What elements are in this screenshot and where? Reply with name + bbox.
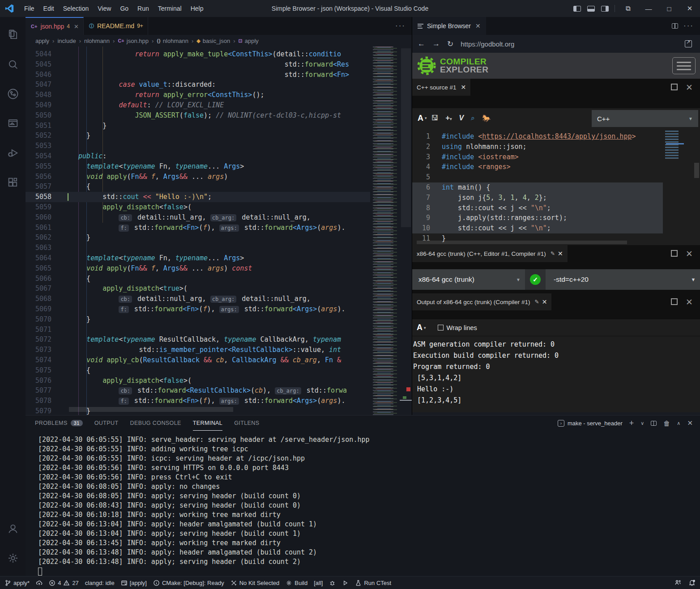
minimize-button[interactable]: — bbox=[638, 0, 659, 17]
cmake-build-variant[interactable]: CMake: [Debug]: Ready bbox=[153, 580, 224, 586]
maximize-panel-icon[interactable]: ∧ bbox=[677, 420, 680, 426]
tab-gitlens[interactable]: GITLENS bbox=[234, 415, 259, 431]
maximize-button[interactable]: □ bbox=[659, 0, 679, 17]
pin-tool-icon[interactable]: 🐎 bbox=[482, 114, 491, 123]
compiler-select[interactable]: x86-64 gcc (trunk)▼ bbox=[412, 275, 525, 284]
tab-problems[interactable]: PROBLEMS31 bbox=[35, 415, 83, 431]
compiler-flags-input[interactable]: -std=c++20 bbox=[546, 275, 687, 284]
close-pane-icon[interactable]: ✕ bbox=[686, 297, 693, 307]
close-pane-icon[interactable]: ✕ bbox=[542, 298, 547, 305]
menu-view[interactable]: View bbox=[93, 0, 115, 17]
breadcrumb-item[interactable]: json.hpp bbox=[127, 38, 149, 44]
maximize-pane-icon[interactable] bbox=[671, 250, 678, 257]
source-control-icon[interactable] bbox=[0, 82, 26, 106]
toggle-sidebar-icon[interactable] bbox=[573, 6, 581, 12]
tab-readme-md[interactable]: ⓘ README.md 9+ bbox=[84, 17, 148, 35]
build-target[interactable]: [all] bbox=[314, 580, 323, 586]
explorer-icon[interactable] bbox=[0, 23, 26, 47]
add-pane-icon[interactable]: +▾ bbox=[446, 114, 452, 122]
close-pane-icon[interactable]: ✕ bbox=[686, 82, 693, 93]
open-external-icon[interactable] bbox=[685, 40, 692, 47]
close-panel-icon[interactable]: ✕ bbox=[687, 419, 693, 427]
tab-simple-browser[interactable]: Simple Browser ✕ bbox=[412, 17, 486, 35]
wrap-lines-checkbox[interactable] bbox=[438, 325, 444, 331]
menu-selection[interactable]: Selection bbox=[59, 0, 94, 17]
compiler-pane-tab[interactable]: x86-64 gcc (trunk) (C++, Editor #1, Comp… bbox=[412, 245, 568, 262]
menu-run[interactable]: Run bbox=[133, 0, 154, 17]
reload-icon[interactable]: ↻ bbox=[447, 39, 453, 49]
sync-changes-button[interactable] bbox=[36, 580, 43, 586]
terminal-output[interactable]: [2022-04-30 06:05:55] INFO: serve_header… bbox=[26, 431, 700, 567]
clangd-status[interactable]: clangd: idle bbox=[85, 580, 115, 586]
editor-actions-overflow[interactable]: ··· bbox=[395, 17, 412, 35]
more-actions-icon[interactable]: ··· bbox=[683, 21, 694, 30]
breadcrumb-item[interactable]: apply bbox=[245, 38, 259, 44]
cmake-kit-status[interactable]: No Kit Selected bbox=[230, 580, 280, 586]
terminal-instance[interactable]: › make - serve_header bbox=[558, 420, 623, 427]
close-pane-icon[interactable]: ✕ bbox=[686, 249, 693, 259]
zoom-icon[interactable]: ⌕ bbox=[471, 114, 475, 122]
cmake-project-status[interactable]: [apply] bbox=[121, 580, 147, 586]
back-icon[interactable]: ← bbox=[418, 39, 425, 48]
tab-output[interactable]: OUTPUT bbox=[94, 415, 119, 431]
account-icon[interactable] bbox=[0, 517, 26, 540]
breadcrumb-item[interactable]: basic_json bbox=[203, 38, 230, 44]
notifications-bell-icon[interactable] bbox=[688, 579, 696, 586]
kill-terminal-icon[interactable]: 🗑 bbox=[663, 420, 670, 427]
maximize-pane-icon[interactable] bbox=[671, 298, 678, 305]
run-ctest-button[interactable]: Run CTest bbox=[355, 580, 391, 586]
git-branch-status[interactable]: apply* bbox=[4, 580, 30, 586]
breadcrumb-item[interactable]: nlohmann bbox=[163, 38, 188, 44]
font-size-icon[interactable]: A bbox=[417, 323, 423, 332]
overview-ruler[interactable] bbox=[400, 47, 412, 415]
new-terminal-icon[interactable]: + bbox=[629, 419, 634, 428]
run-debug-icon[interactable] bbox=[0, 141, 26, 165]
menu-terminal[interactable]: Terminal bbox=[154, 0, 186, 17]
toggle-secondary-sidebar-icon[interactable] bbox=[601, 6, 609, 12]
settings-gear-icon[interactable] bbox=[0, 547, 26, 570]
godbolt-source-editor[interactable]: 1#include <https://localhost:8443/apply/… bbox=[412, 128, 700, 245]
breadcrumb-item[interactable]: include bbox=[57, 38, 76, 44]
tab-terminal[interactable]: TERMINAL bbox=[193, 415, 222, 431]
vim-mode-icon[interactable]: V bbox=[459, 114, 464, 122]
tab-debug-console[interactable]: DEBUG CONSOLE bbox=[130, 415, 181, 431]
font-size-icon[interactable]: A bbox=[418, 114, 423, 123]
source-horizontal-scrollbar[interactable] bbox=[417, 241, 627, 244]
search-icon[interactable] bbox=[0, 53, 26, 76]
debug-button[interactable] bbox=[329, 580, 336, 586]
minimap[interactable] bbox=[371, 47, 400, 415]
rename-pane-icon[interactable]: ✎ bbox=[551, 250, 555, 257]
save-icon[interactable]: 🖫 bbox=[431, 114, 439, 122]
browser-group-actions[interactable]: ··· bbox=[672, 17, 700, 35]
tab-json-hpp[interactable]: C+ json.hpp 4 ✕ bbox=[26, 17, 84, 35]
output-pane-tab[interactable]: Output of x86-64 gcc (trunk) (Compiler #… bbox=[412, 293, 551, 310]
options-dropdown-icon[interactable]: ▼ bbox=[687, 277, 700, 282]
rename-pane-icon[interactable]: ✎ bbox=[535, 299, 539, 305]
extensions-icon[interactable] bbox=[0, 171, 26, 194]
split-editor-icon[interactable] bbox=[672, 23, 678, 29]
problems-status[interactable]: 4 27 bbox=[49, 580, 79, 586]
breadcrumb-item[interactable]: nlohmann bbox=[84, 38, 110, 44]
language-select[interactable]: C++▼ bbox=[592, 110, 698, 127]
breadcrumb-item[interactable]: apply bbox=[35, 38, 49, 44]
url-input[interactable]: https://godbolt.org bbox=[461, 40, 685, 48]
cmake-build-button[interactable]: Build bbox=[286, 580, 307, 586]
terminal-dropdown-icon[interactable]: ∨ bbox=[640, 420, 644, 426]
source-scrollbar-thumb[interactable] bbox=[694, 163, 699, 178]
maximize-pane-icon[interactable] bbox=[671, 84, 678, 90]
menu-edit[interactable]: Edit bbox=[39, 0, 59, 17]
feedback-icon[interactable] bbox=[674, 579, 681, 586]
close-pane-icon[interactable]: ✕ bbox=[558, 250, 563, 257]
horizontal-scrollbar[interactable] bbox=[69, 407, 233, 412]
close-button[interactable]: ✕ bbox=[679, 0, 700, 17]
scrollbar-thumb[interactable] bbox=[401, 48, 411, 227]
toggle-panel-icon[interactable] bbox=[587, 6, 595, 12]
preview-icon[interactable] bbox=[0, 112, 26, 135]
source-pane-tab[interactable]: C++ source #1 ✕ bbox=[412, 79, 470, 96]
launch-button[interactable] bbox=[342, 580, 349, 586]
customize-layout-icon[interactable]: ⧉ bbox=[618, 0, 638, 17]
close-tab-icon[interactable]: ✕ bbox=[475, 22, 481, 30]
split-terminal-icon[interactable] bbox=[651, 421, 657, 426]
close-pane-icon[interactable]: ✕ bbox=[461, 84, 466, 91]
forward-icon[interactable]: → bbox=[432, 39, 440, 48]
